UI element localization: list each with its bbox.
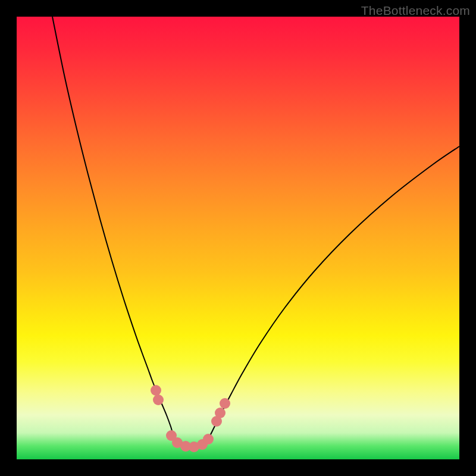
marker-dot <box>215 408 226 418</box>
marker-dot <box>153 394 164 405</box>
marker-dot <box>220 398 230 409</box>
marker-dot <box>151 385 161 396</box>
bottleneck-curve <box>52 17 459 447</box>
marker-dot <box>203 434 214 444</box>
valley-markers <box>151 385 230 452</box>
bottleneck-curve-path <box>52 17 459 447</box>
chart-svg <box>17 17 459 459</box>
attribution-watermark: TheBottleneck.com <box>361 4 470 18</box>
outer-frame: TheBottleneck.com <box>0 0 476 476</box>
